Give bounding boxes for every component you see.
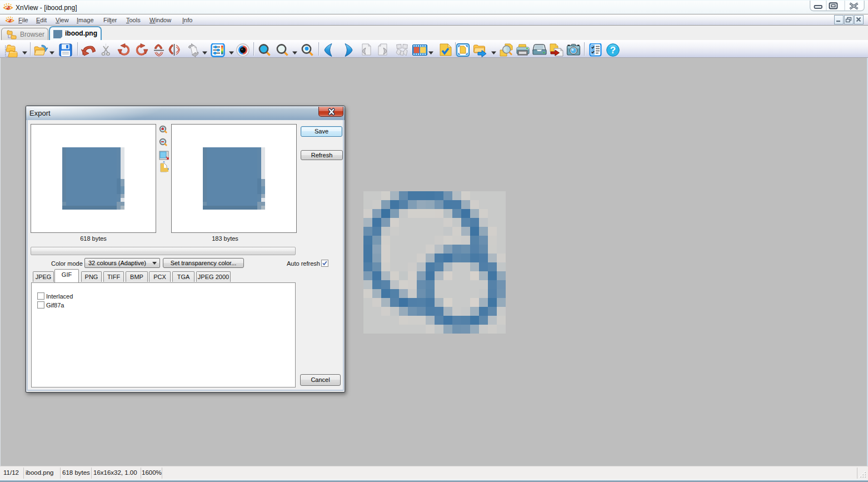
- svg-text:?: ?: [610, 45, 616, 56]
